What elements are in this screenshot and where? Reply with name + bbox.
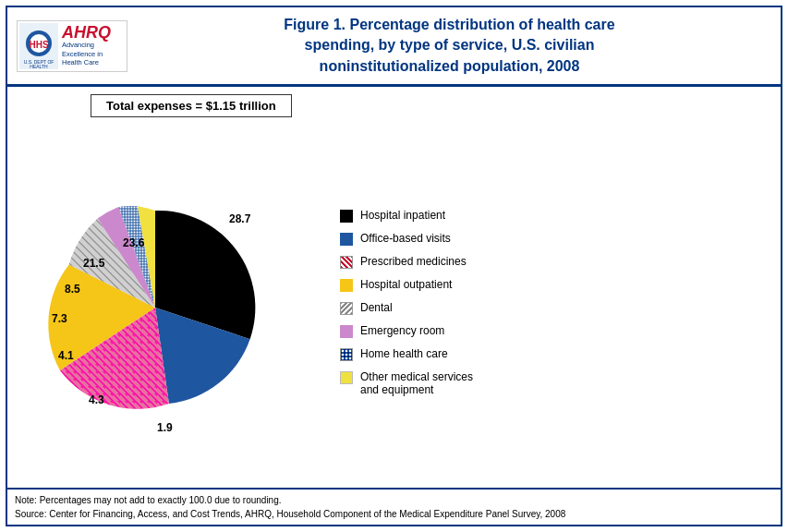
svg-text:HEALTH: HEALTH [30, 64, 48, 69]
pie-segments [48, 206, 255, 409]
footer-source: Source: Center for Financing, Access, an… [15, 507, 773, 521]
legend-label-dental: Dental [360, 301, 393, 314]
ahrq-text: AHRQ [62, 24, 111, 41]
legend-swatch-prescribed [340, 256, 353, 269]
legend-item-hospital-outpatient: Hospital outpatient [340, 278, 771, 292]
legend-swatch-purple [340, 325, 353, 338]
pie-label-4-3: 4.3 [89, 393, 104, 406]
svg-text:HHS: HHS [29, 40, 48, 50]
legend-swatch-dental [340, 302, 353, 315]
legend-swatch-homehealth [340, 348, 353, 361]
legend-label-office-based: Office-based visits [360, 232, 451, 245]
legend-label-hospital-inpatient: Hospital inpatient [360, 209, 445, 222]
content-area: Total expenses = $1.15 trillion [7, 87, 781, 488]
pie-label-1-9: 1.9 [157, 421, 173, 434]
footer-note: Note: Percentages may not add to exactly… [15, 493, 773, 507]
ahrq-subtitle: Advancing Excellence in Health Care [62, 41, 103, 67]
legend-item-dental: Dental [340, 301, 771, 315]
legend-item-other: Other medical services and equipment [340, 370, 771, 396]
hhs-logo-icon: HHS U.S. DEPT OF HEALTH [19, 23, 58, 69]
legend-area: Hospital inpatient Office-based visits P… [312, 209, 771, 396]
pie-label-23: 23.6 [123, 236, 144, 249]
legend-swatch-yellow [340, 279, 353, 292]
legend-item-emergency: Emergency room [340, 324, 771, 338]
pie-svg [17, 155, 312, 451]
legend-item-home-health: Home health care [340, 347, 771, 361]
pie-label-8: 8.5 [65, 283, 80, 296]
chart-legend-row: 28.7 23.6 21.5 8.5 7.3 4.1 4.3 1.9 Hospi… [17, 121, 771, 484]
total-expenses-box: Total expenses = $1.15 trillion [91, 94, 292, 117]
legend-swatch-black [340, 210, 353, 223]
legend-label-other: Other medical services and equipment [360, 370, 473, 396]
footer: Note: Percentages may not add to exactly… [7, 488, 781, 525]
pie-chart: 28.7 23.6 21.5 8.5 7.3 4.1 4.3 1.9 [17, 155, 312, 451]
logo-box: HHS U.S. DEPT OF HEALTH AHRQ Advancing E… [17, 20, 127, 72]
header: HHS U.S. DEPT OF HEALTH AHRQ Advancing E… [7, 7, 781, 87]
legend-label-prescribed: Prescribed medicines [360, 255, 467, 268]
legend-swatch-other [340, 371, 353, 384]
pie-label-21: 21.5 [83, 257, 104, 270]
legend-item-prescribed: Prescribed medicines [340, 255, 771, 269]
chart-title: Figure 1. Percentage distribution of hea… [127, 15, 771, 77]
pie-label-28: 28.7 [229, 212, 250, 225]
legend-swatch-blue [340, 233, 353, 246]
legend-item-office-based: Office-based visits [340, 232, 771, 246]
legend-label-home-health: Home health care [360, 347, 448, 360]
pie-label-7: 7.3 [52, 312, 67, 325]
legend-label-hospital-outpatient: Hospital outpatient [360, 278, 452, 291]
ahrq-logo: AHRQ Advancing Excellence in Health Care [62, 24, 111, 67]
legend-label-emergency: Emergency room [360, 324, 444, 337]
outer-border: HHS U.S. DEPT OF HEALTH AHRQ Advancing E… [6, 6, 782, 526]
pie-label-4-1: 4.1 [58, 349, 74, 362]
legend-item-hospital-inpatient: Hospital inpatient [340, 209, 771, 223]
